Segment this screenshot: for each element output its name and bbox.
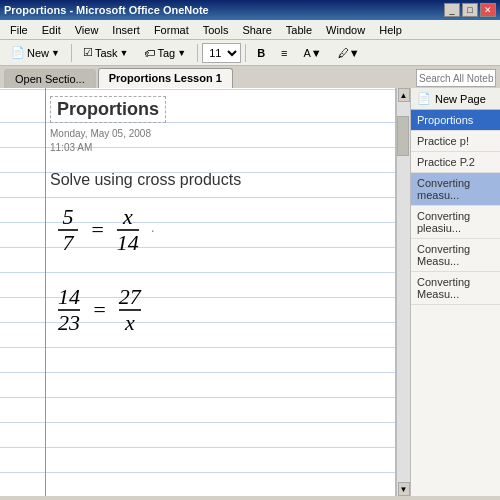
menu-format[interactable]: Format: [148, 22, 195, 38]
menu-file[interactable]: File: [4, 22, 34, 38]
menu-bar: File Edit View Insert Format Tools Share…: [0, 20, 500, 40]
title-bar: Proportions - Microsoft Office OneNote _…: [0, 0, 500, 20]
tag-button[interactable]: 🏷 Tag ▼: [137, 44, 193, 62]
menu-share[interactable]: Share: [236, 22, 277, 38]
bold-button[interactable]: B: [250, 44, 272, 62]
panel-item-converting3[interactable]: Converting Measu...: [411, 239, 500, 272]
tab-list: Open Sectio... Proportions Lesson 1: [4, 68, 233, 88]
maximize-button[interactable]: □: [462, 3, 478, 17]
tab-open-section[interactable]: Open Sectio...: [4, 69, 96, 88]
equals-1: =: [90, 217, 105, 243]
solve-heading: Solve using cross products: [50, 171, 373, 189]
scroll-up-button[interactable]: ▲: [398, 88, 410, 102]
menu-insert[interactable]: Insert: [106, 22, 146, 38]
note-date: Monday, May 05, 2008 11:03 AM: [50, 127, 373, 155]
main-layout: Proportions Monday, May 05, 2008 11:03 A…: [0, 88, 500, 496]
tab-proportions-lesson[interactable]: Proportions Lesson 1: [98, 68, 233, 88]
equation-1: 5 7 = x 14 ·: [58, 205, 373, 255]
toolbar-separator-1: [71, 44, 72, 62]
window-title: Proportions - Microsoft Office OneNote: [4, 4, 209, 16]
toolbar-separator-2: [197, 44, 198, 62]
search-area: [416, 69, 496, 87]
note-area: Proportions Monday, May 05, 2008 11:03 A…: [0, 88, 396, 496]
color-button[interactable]: A▼: [297, 44, 329, 62]
menu-window[interactable]: Window: [320, 22, 371, 38]
note-content: Proportions Monday, May 05, 2008 11:03 A…: [0, 88, 381, 496]
math-section: 5 7 = x 14 ·: [58, 205, 373, 335]
new-button[interactable]: 📄 New ▼: [4, 43, 67, 62]
menu-help[interactable]: Help: [373, 22, 408, 38]
fraction-1b: x 14: [117, 205, 139, 255]
menu-table[interactable]: Table: [280, 22, 318, 38]
toolbar-separator-3: [245, 44, 246, 62]
search-input[interactable]: [416, 69, 496, 87]
panel-item-proportions[interactable]: Proportions: [411, 110, 500, 131]
equals-2: =: [92, 297, 107, 323]
scroll-down-button[interactable]: ▼: [398, 482, 410, 496]
list-button[interactable]: ≡: [274, 44, 294, 62]
equation-2: 14 23 = 27 x: [58, 285, 373, 335]
note-wrapper: Proportions Monday, May 05, 2008 11:03 A…: [0, 88, 410, 496]
scroll-thumb[interactable]: [397, 116, 409, 156]
dot-1: ·: [151, 222, 155, 238]
fraction-1a: 5 7: [58, 205, 78, 255]
tab-row: Open Sectio... Proportions Lesson 1: [0, 66, 500, 88]
panel-item-converting2[interactable]: Converting pleasiu...: [411, 206, 500, 239]
close-button[interactable]: ✕: [480, 3, 496, 17]
new-page-icon: 📄: [417, 92, 431, 105]
menu-view[interactable]: View: [69, 22, 105, 38]
note-title: Proportions: [57, 99, 159, 120]
new-page-button[interactable]: 📄 New Page: [411, 88, 500, 110]
right-panel: 📄 New Page Proportions Practice p! Pract…: [410, 88, 500, 496]
note-scrollbar: ▲ ▼: [396, 88, 410, 496]
note-title-box: Proportions: [50, 96, 166, 123]
fraction-2a: 14 23: [58, 285, 80, 335]
panel-item-converting1[interactable]: Converting measu...: [411, 173, 500, 206]
task-button[interactable]: ☑ Task ▼: [76, 43, 136, 62]
highlight-button[interactable]: 🖊▼: [331, 44, 367, 62]
font-size-dropdown[interactable]: 111214: [202, 43, 241, 63]
minimize-button[interactable]: _: [444, 3, 460, 17]
window-controls[interactable]: _ □ ✕: [444, 3, 496, 17]
panel-item-converting4[interactable]: Converting Measu...: [411, 272, 500, 305]
scroll-track[interactable]: [397, 102, 410, 482]
menu-edit[interactable]: Edit: [36, 22, 67, 38]
panel-item-practice1[interactable]: Practice p!: [411, 131, 500, 152]
toolbar: 📄 New ▼ ☑ Task ▼ 🏷 Tag ▼ 111214 B ≡ A▼ 🖊…: [0, 40, 500, 66]
menu-tools[interactable]: Tools: [197, 22, 235, 38]
panel-item-practice2[interactable]: Practice P.2: [411, 152, 500, 173]
fraction-2b: 27 x: [119, 285, 141, 335]
